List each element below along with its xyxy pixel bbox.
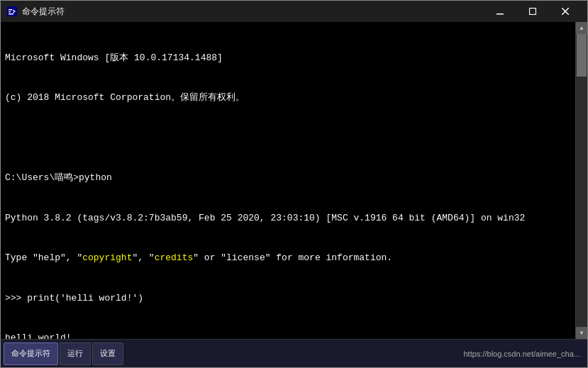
scrollbar-thumb[interactable]: [577, 34, 587, 77]
scrollbar-track[interactable]: [576, 34, 587, 327]
console-line-8: helli world!: [5, 332, 571, 339]
svg-rect-3: [9, 13, 13, 15]
console-line-6: Type "help", "copyright", "credits" or "…: [5, 252, 571, 265]
close-button[interactable]: [549, 1, 582, 22]
window-controls: [484, 1, 582, 22]
taskbar: 命令提示符 运行 设置 https://blog.csdn.net/aimee_…: [1, 339, 587, 367]
console-line-4: C:\Users\喵鸣>python: [5, 172, 571, 185]
svg-rect-5: [530, 9, 536, 15]
console-area: Microsoft Windows [版本 10.0.17134.1488] (…: [1, 22, 587, 339]
taskbar-settings-button[interactable]: 设置: [92, 342, 123, 365]
console-line-5: Python 3.8.2 (tags/v3.8.2:7b3ab59, Feb 2…: [5, 212, 571, 225]
console-line-7: >>> print('helli world!'): [5, 292, 571, 306]
console-line-2: (c) 2018 Microsoft Corporation。保留所有权利。: [5, 91, 571, 105]
window-title: 命令提示符: [22, 6, 484, 18]
cmd-window: 命令提示符 Microsoft Windows [版本 10.0.17134.1…: [0, 0, 588, 368]
scrollbar[interactable]: ▲ ▼: [575, 22, 587, 339]
svg-rect-1: [9, 9, 12, 11]
svg-rect-2: [9, 11, 11, 13]
taskbar-run-button[interactable]: 运行: [60, 342, 91, 365]
minimize-button[interactable]: [484, 1, 516, 22]
console-line-1: Microsoft Windows [版本 10.0.17134.1488]: [5, 52, 571, 65]
svg-rect-4: [497, 13, 504, 15]
cmd-icon: [6, 6, 18, 17]
scrollbar-down-button[interactable]: ▼: [576, 327, 588, 339]
taskbar-cmd-button[interactable]: 命令提示符: [4, 342, 58, 365]
console-output[interactable]: Microsoft Windows [版本 10.0.17134.1488] (…: [1, 22, 575, 339]
titlebar: 命令提示符: [1, 1, 587, 22]
maximize-button[interactable]: [516, 1, 549, 22]
url-hint: https://blog.csdn.net/aimee_cha...: [464, 350, 585, 358]
console-line-3: [5, 132, 571, 145]
scrollbar-up-button[interactable]: ▲: [576, 22, 588, 34]
